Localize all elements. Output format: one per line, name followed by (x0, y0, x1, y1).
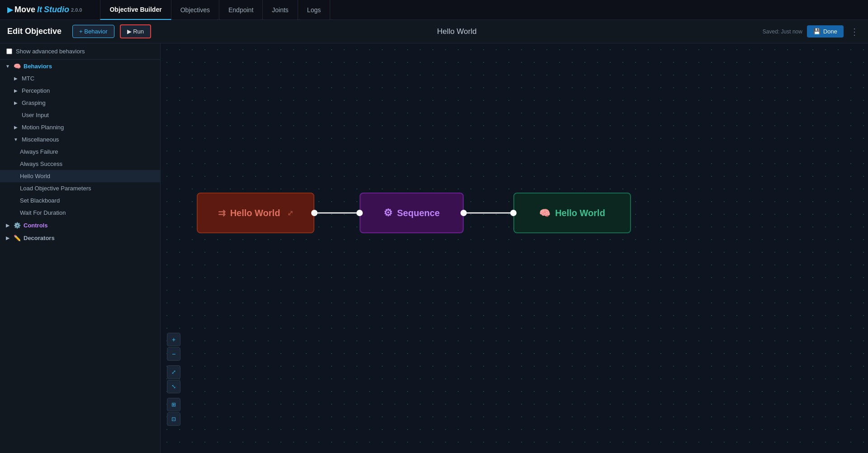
saved-status: Saved: Just now (763, 28, 802, 35)
expand-button[interactable]: ⤢ (167, 365, 180, 379)
sidebar-item-grasping[interactable]: ▶ Grasping (0, 97, 160, 109)
bt-node-hello-world-left[interactable]: ⇉ Hello World ⤢ (197, 193, 314, 233)
decorators-label: Decorators (24, 235, 55, 241)
always-failure-label: Always Failure (20, 148, 58, 155)
conn-dot-1 (311, 210, 318, 216)
caret-grasping: ▶ (13, 100, 19, 106)
nav-joints[interactable]: Joints (263, 0, 298, 20)
node-icon-right: 🧠 (539, 208, 550, 218)
miscellaneous-label: Miscellaneous (22, 136, 59, 143)
always-success-label: Always Success (20, 160, 62, 167)
caret-motion-planning: ▶ (13, 124, 19, 131)
sidebar-item-decorators[interactable]: ▶ ✏️ Decorators (0, 231, 160, 244)
logo-studio: Studio (44, 5, 69, 14)
nav-links: Objective Builder Objectives Endpoint Jo… (100, 0, 330, 20)
save-icon: 💾 (813, 28, 821, 35)
sidebar-item-wait-for-duration[interactable]: Wait For Duration (0, 207, 160, 219)
conn-dot-2 (356, 210, 363, 216)
caret-controls: ▶ (5, 222, 11, 228)
sidebar-item-miscellaneous[interactable]: ▼ Miscellaneous (0, 133, 160, 146)
wait-for-duration-label: Wait For Duration (20, 209, 66, 216)
toolbar: Edit Objective + Behavior ▶ Run Hello Wo… (0, 20, 868, 43)
conn-dot-3 (460, 210, 467, 216)
sidebar-item-load-objective-parameters[interactable]: Load Objective Parameters (0, 182, 160, 194)
node-label-hello-left: Hello World (230, 208, 280, 218)
user-input-label: User Input (22, 112, 49, 118)
sidebar-item-always-success[interactable]: Always Success (0, 158, 160, 170)
align-button[interactable]: ⊞ (167, 398, 180, 411)
page-title: Edit Objective (7, 27, 62, 36)
connectors-svg (161, 43, 868, 453)
caret-mtc: ▶ (13, 76, 19, 82)
show-advanced-label: Show advanced behaviors (16, 48, 85, 55)
canvas-area: ⇉ Hello World ⤢ ⚙ Sequence 🧠 Hello World… (161, 43, 868, 453)
bt-node-hello-world-right[interactable]: 🧠 Hello World (513, 193, 631, 233)
set-blackboard-label: Set Blackboard (20, 197, 60, 204)
show-advanced-row: Show advanced behaviors (0, 43, 160, 60)
show-advanced-checkbox[interactable] (6, 48, 12, 54)
behaviors-label: Behaviors (24, 63, 52, 70)
bt-node-sequence[interactable]: ⚙ Sequence (360, 193, 464, 233)
node-expand-icon-left: ⤢ (287, 209, 293, 217)
sidebar: Show advanced behaviors ▼ 🧠 Behaviors ▶ … (0, 43, 161, 453)
more-options-icon[interactable]: ⋮ (848, 26, 861, 37)
sidebar-item-hello-world[interactable]: Hello World (0, 170, 160, 182)
zoom-out-button[interactable]: − (167, 347, 180, 361)
collapse-button[interactable]: ⤡ (167, 380, 180, 393)
sidebar-item-set-blackboard[interactable]: Set Blackboard (0, 194, 160, 207)
nav-objectives[interactable]: Objectives (171, 0, 219, 20)
motion-planning-label: Motion Planning (22, 124, 64, 131)
sidebar-item-always-failure[interactable]: Always Failure (0, 146, 160, 158)
logo: ▶ MoveIt Studio2.0.0 (7, 5, 82, 14)
done-label: Done (823, 28, 837, 35)
canvas-controls: + − ⤢ ⤡ ⊞ ⊡ (167, 333, 180, 426)
node-label-sequence: Sequence (397, 208, 440, 218)
load-objective-parameters-label: Load Objective Parameters (20, 185, 91, 192)
sidebar-item-user-input[interactable]: ▶ User Input (0, 109, 160, 121)
hello-world-label: Hello World (20, 173, 50, 179)
controls-label: Controls (24, 222, 47, 229)
nav-objective-builder[interactable]: Objective Builder (100, 0, 171, 20)
logo-arrow: ▶ (7, 5, 13, 14)
toolbar-right: Saved: Just now 💾 Done ⋮ (763, 25, 861, 38)
conn-dot-4 (510, 210, 517, 216)
sidebar-item-controls[interactable]: ▶ ⚙️ Controls (0, 219, 160, 231)
run-button[interactable]: ▶ Run (120, 24, 151, 38)
done-button[interactable]: 💾 Done (807, 25, 844, 38)
main-layout: Show advanced behaviors ▼ 🧠 Behaviors ▶ … (0, 43, 868, 453)
node-label-hello-right: Hello World (555, 208, 605, 218)
node-icon-left: ⇉ (218, 208, 226, 218)
caret-perception: ▶ (13, 88, 19, 94)
decorators-icon: ✏️ (14, 234, 21, 241)
canvas-title: Hello World (157, 27, 757, 36)
top-nav: ▶ MoveIt Studio2.0.0 Objective Builder O… (0, 0, 868, 20)
brain-icon: 🧠 (14, 62, 21, 70)
node-icon-sequence: ⚙ (384, 207, 393, 219)
controls-icon: ⚙️ (14, 222, 21, 229)
sidebar-item-perception[interactable]: ▶ Perception (0, 85, 160, 97)
grasping-label: Grasping (22, 99, 46, 106)
zoom-in-button[interactable]: + (167, 333, 180, 346)
sidebar-item-motion-planning[interactable]: ▶ Motion Planning (0, 121, 160, 133)
nav-logs[interactable]: Logs (298, 0, 330, 20)
nav-endpoint[interactable]: Endpoint (219, 0, 263, 20)
logo-it: It (37, 5, 42, 14)
mtc-label: MTC (22, 75, 34, 82)
sidebar-item-behaviors[interactable]: ▼ 🧠 Behaviors (0, 60, 160, 72)
caret-miscellaneous: ▼ (13, 137, 19, 143)
caret-decorators: ▶ (5, 235, 11, 241)
sidebar-item-mtc[interactable]: ▶ MTC (0, 72, 160, 85)
perception-label: Perception (22, 87, 50, 94)
add-behavior-button[interactable]: + Behavior (72, 25, 114, 38)
caret-behaviors: ▼ (5, 63, 11, 69)
fit-button[interactable]: ⊡ (167, 412, 180, 426)
logo-version: 2.0.0 (71, 7, 82, 13)
logo-move: Move (14, 5, 35, 14)
